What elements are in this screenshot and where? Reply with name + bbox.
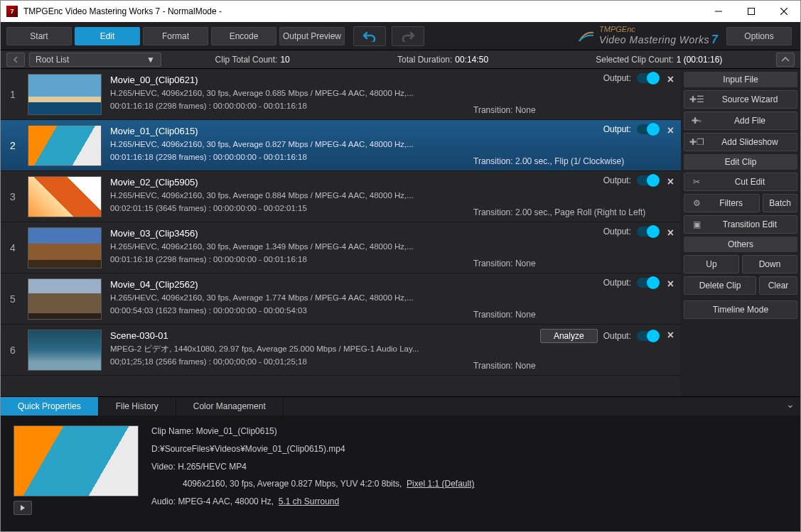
- output-toggle[interactable]: [637, 73, 658, 83]
- clip-row[interactable]: 1Movie_00_(Clip0621)H.265/HEVC, 4096x216…: [1, 69, 681, 120]
- nav-back-button[interactable]: [6, 53, 25, 67]
- undo-button[interactable]: [353, 26, 386, 46]
- clip-transition: Transition: None: [473, 310, 658, 320]
- side-panel: Input File ✚☰Source Wizard ✚▫Add File ✚❐…: [681, 69, 800, 396]
- clip-row[interactable]: 5Movie_04_(Clip2562)H.265/HEVC, 4096x216…: [1, 273, 681, 325]
- clip-row[interactable]: 4Movie_03_(Clip3456)H.265/HEVC, 4096x216…: [1, 222, 681, 273]
- transition-edit-button[interactable]: ▣Transition Edit: [684, 215, 797, 234]
- clear-button[interactable]: Clear: [759, 276, 797, 295]
- options-button[interactable]: Options: [726, 27, 792, 45]
- add-slideshow-button[interactable]: ✚❐Add Slideshow: [684, 133, 797, 151]
- scissors-icon: ✂: [690, 177, 703, 187]
- play-button[interactable]: [14, 501, 32, 515]
- input-file-header: Input File: [684, 72, 797, 87]
- brand-seven: 7: [711, 33, 718, 45]
- output-label: Output:: [603, 227, 631, 237]
- clip-duration: 00:01:16:18 (2298 frames) : 00:00:00:00 …: [110, 254, 462, 266]
- output-preview-tab[interactable]: Output Preview: [279, 27, 345, 45]
- clip-name: Movie_04_(Clip2562): [110, 278, 462, 292]
- audio-channel-link[interactable]: 5.1 ch Surround: [279, 496, 339, 506]
- clip-count-value: 10: [280, 55, 289, 65]
- clip-row[interactable]: 3Movie_02_(Clip5905)H.265/HEVC, 4096x216…: [1, 171, 681, 222]
- timeline-mode-button[interactable]: Timeline Mode: [684, 300, 797, 319]
- transition-icon: ▣: [690, 219, 703, 229]
- preview-thumbnail: [14, 425, 139, 496]
- clip-duration: 00:02:01:15 (3645 frames) : 00:00:00:00 …: [110, 202, 462, 215]
- clip-thumbnail[interactable]: [28, 125, 102, 166]
- clip-info: Scene-030-01MPEG-2 ビデオ, 1440x1080, 29.97…: [104, 325, 468, 375]
- clip-thumbnail[interactable]: [28, 176, 102, 217]
- clip-thumbnail[interactable]: [28, 278, 102, 320]
- clip-duration: 00:00:54:03 (1623 frames) : 00:00:00:00 …: [110, 305, 462, 317]
- quick-properties-tab[interactable]: Quick Properties: [1, 397, 99, 416]
- clip-thumbnail[interactable]: [28, 227, 102, 268]
- gear-icon: ⚙: [690, 198, 703, 208]
- cut-edit-button[interactable]: ✂Cut Edit: [684, 173, 797, 191]
- clip-thumbnail[interactable]: [28, 330, 102, 371]
- add-slideshow-icon: ✚❐: [690, 137, 703, 147]
- clip-name: Movie_00_(Clip0621): [110, 73, 462, 87]
- clip-transition: Transition: 2.00 sec., Flip (1/ Clockwis…: [473, 156, 658, 166]
- start-tab[interactable]: Start: [6, 27, 72, 45]
- minimize-button[interactable]: [702, 1, 735, 22]
- properties-text: Clip Name: Movie_01_(Clip0615) D:¥Source…: [151, 425, 474, 521]
- up-button[interactable]: Up: [684, 255, 739, 273]
- clip-row[interactable]: 6Scene-030-01MPEG-2 ビデオ, 1440x1080, 29.9…: [1, 325, 681, 376]
- title-bar: 7 TMPGEnc Video Mastering Works 7 - Norm…: [1, 1, 800, 22]
- collapse-bottom-icon[interactable]: ⌄: [786, 398, 795, 410]
- down-button[interactable]: Down: [742, 255, 797, 273]
- remove-clip-button[interactable]: ×: [667, 175, 674, 188]
- add-file-icon: ✚▫: [690, 116, 703, 126]
- file-history-tab[interactable]: File History: [99, 397, 176, 416]
- clip-transition: Transition: 2.00 sec., Page Roll (Right …: [473, 207, 658, 217]
- output-label: Output:: [603, 331, 631, 341]
- output-toggle[interactable]: [637, 227, 658, 237]
- analyze-button[interactable]: Analyze: [540, 329, 598, 343]
- main-toolbar: Start Edit Format Encode Output Preview …: [1, 22, 800, 50]
- clip-specs: H.265/HEVC, 4096x2160, 30 fps, Average 0…: [110, 87, 462, 100]
- remove-clip-button[interactable]: ×: [667, 124, 674, 137]
- remove-clip-button[interactable]: ×: [667, 278, 674, 291]
- clip-name: Movie_01_(Clip0615): [110, 124, 462, 139]
- batch-button[interactable]: Batch: [763, 194, 797, 212]
- collapse-button[interactable]: [776, 53, 795, 67]
- filters-button[interactable]: ⚙Filters: [684, 194, 760, 212]
- clip-row[interactable]: 2Movie_01_(Clip0615)H.265/HEVC, 4096x216…: [1, 120, 681, 171]
- others-header: Others: [684, 237, 797, 252]
- output-toggle[interactable]: [637, 175, 658, 185]
- color-management-tab[interactable]: Color Management: [176, 397, 284, 416]
- clip-specs: MPEG-2 ビデオ, 1440x1080, 29.97 fps, Averag…: [110, 343, 462, 356]
- remove-clip-button[interactable]: ×: [667, 329, 674, 342]
- edit-clip-header: Edit Clip: [684, 154, 797, 170]
- clip-thumbnail[interactable]: [28, 74, 102, 115]
- add-file-button[interactable]: ✚▫Add File: [684, 112, 797, 130]
- close-button[interactable]: [768, 1, 800, 22]
- output-toggle[interactable]: [637, 331, 658, 341]
- source-wizard-button[interactable]: ✚☰Source Wizard: [684, 90, 797, 109]
- app-icon: 7: [6, 6, 18, 17]
- bottom-body: ⌄ Clip Name: Movie_01_(Clip0615) D:¥Sour…: [1, 416, 800, 531]
- clip-specs: H.265/HEVC, 4096x2160, 30 fps, Average 0…: [110, 139, 462, 151]
- clip-info: Movie_02_(Clip5905)H.265/HEVC, 4096x2160…: [104, 171, 468, 222]
- brand-line2: Video Mastering Works: [599, 34, 709, 45]
- format-tab[interactable]: Format: [143, 27, 208, 45]
- root-list-dropdown[interactable]: Root List ▼: [29, 53, 161, 67]
- clip-duration: 00;01;25;18 (2566 frames) : 00;00;00;00 …: [110, 356, 462, 369]
- clip-list[interactable]: 1Movie_00_(Clip0621)H.265/HEVC, 4096x216…: [1, 69, 681, 396]
- clip-info: Movie_04_(Clip2562)H.265/HEVC, 4096x2160…: [104, 273, 468, 324]
- clip-duration: 00:01:16:18 (2298 frames) : 00:00:00:00 …: [110, 100, 462, 113]
- pixel-link[interactable]: Pixel 1:1 (Default): [407, 479, 474, 489]
- remove-clip-button[interactable]: ×: [667, 73, 674, 86]
- main-area: 1Movie_00_(Clip0621)H.265/HEVC, 4096x216…: [1, 69, 800, 396]
- edit-tab[interactable]: Edit: [75, 27, 140, 45]
- delete-clip-button[interactable]: Delete Clip: [684, 276, 756, 295]
- remove-clip-button[interactable]: ×: [667, 227, 674, 239]
- maximize-button[interactable]: [735, 1, 768, 22]
- output-toggle[interactable]: [637, 278, 658, 288]
- redo-button[interactable]: [392, 26, 424, 46]
- encode-tab[interactable]: Encode: [211, 27, 276, 45]
- output-toggle[interactable]: [637, 124, 658, 134]
- clip-info: Movie_03_(Clip3456)H.265/HEVC, 4096x2160…: [104, 222, 468, 273]
- clip-name: Scene-030-01: [110, 329, 462, 343]
- clip-number: 1: [1, 69, 25, 119]
